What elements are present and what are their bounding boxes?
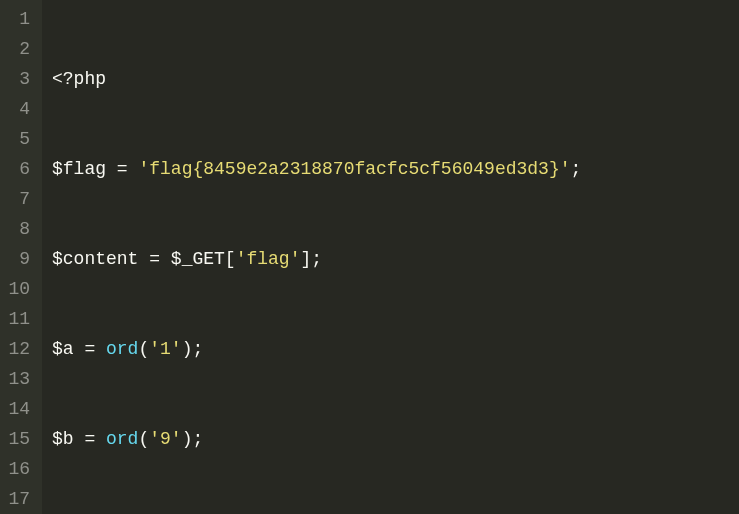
token: ord [106,429,138,449]
token: = [74,339,106,359]
token: $content [52,249,138,269]
token: = [74,429,106,449]
line-number: 14 [8,394,30,424]
token: ) [182,339,193,359]
php-open-tag: <?php [52,69,106,89]
token: ord [106,339,138,359]
token: ( [138,429,149,449]
code-line: $flag = 'flag{8459e2a2318870facfc5cf5604… [52,154,739,184]
token: ) [182,429,193,449]
code-area[interactable]: <?php $flag = 'flag{8459e2a2318870facfc5… [42,0,739,514]
token: = [138,249,170,269]
line-number: 10 [8,274,30,304]
token: [ [225,249,236,269]
code-line: $content = $_GET['flag']; [52,244,739,274]
line-number: 6 [8,154,30,184]
line-number: 7 [8,184,30,214]
token: ] [300,249,311,269]
token: $_GET [171,249,225,269]
token: $b [52,429,74,449]
line-number: 11 [8,304,30,334]
token: ; [571,159,582,179]
code-line: $a = ord('1'); [52,334,739,364]
token: ; [192,339,203,359]
token: 'flag{8459e2a2318870facfc5cf56049ed3d3}' [138,159,570,179]
line-number: 9 [8,244,30,274]
line-number: 5 [8,124,30,154]
line-number: 8 [8,214,30,244]
token: '1' [149,339,181,359]
line-number: 16 [8,454,30,484]
line-number: 17 [8,484,30,514]
line-number: 12 [8,334,30,364]
token: 'flag' [236,249,301,269]
line-gutter: 1 2 3 4 5 6 7 8 9 10 11 12 13 14 15 16 1… [0,0,42,514]
line-number: 15 [8,424,30,454]
line-number: 13 [8,364,30,394]
line-number: 1 [8,4,30,34]
token: ; [192,429,203,449]
token: $flag [52,159,106,179]
code-line: <?php [52,64,739,94]
line-number: 4 [8,94,30,124]
token: ; [311,249,322,269]
line-number: 3 [8,64,30,94]
code-line: $b = ord('9'); [52,424,739,454]
token: $a [52,339,74,359]
line-number: 2 [8,34,30,64]
token: '9' [149,429,181,449]
code-editor: 1 2 3 4 5 6 7 8 9 10 11 12 13 14 15 16 1… [0,0,739,514]
token: ( [138,339,149,359]
token: = [106,159,138,179]
